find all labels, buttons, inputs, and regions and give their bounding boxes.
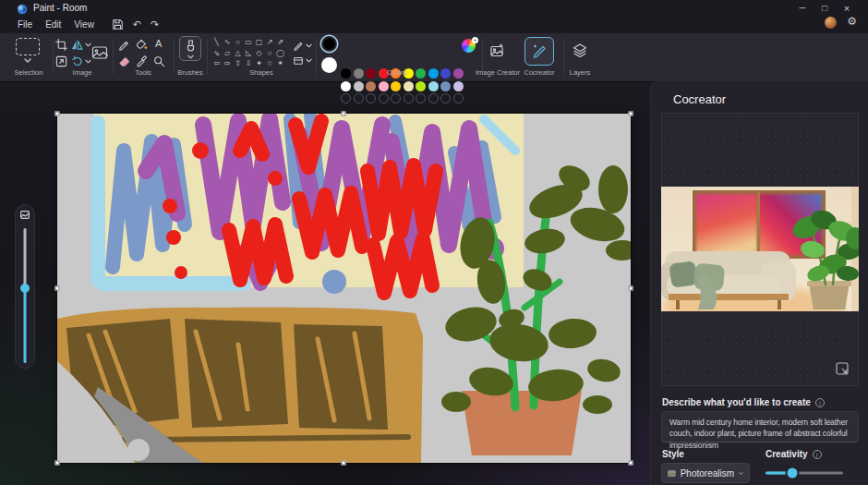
slider-track-lower[interactable] bbox=[24, 288, 27, 363]
canvas-handle-bottom-middle[interactable] bbox=[342, 461, 346, 466]
canvas-zoom-slider[interactable] bbox=[15, 204, 35, 369]
slider-thumb[interactable] bbox=[20, 284, 30, 293]
shape-icon[interactable]: ◯ bbox=[275, 48, 285, 58]
image-options-icon[interactable] bbox=[91, 44, 108, 61]
shape-icon[interactable]: ▢ bbox=[254, 37, 264, 47]
save-icon[interactable] bbox=[112, 18, 124, 30]
empty-color-slot[interactable] bbox=[440, 93, 451, 103]
drawing-canvas[interactable] bbox=[57, 114, 631, 463]
shape-icon[interactable]: ○ bbox=[265, 48, 275, 58]
shape-icon[interactable]: ☆ bbox=[265, 58, 275, 68]
menu-item-view[interactable]: View bbox=[67, 18, 101, 31]
menu-item-file[interactable]: File bbox=[11, 18, 39, 31]
color-swatch[interactable] bbox=[453, 81, 464, 91]
prompt-info-icon[interactable]: i bbox=[815, 398, 825, 407]
settings-gear-icon[interactable]: ⚙ bbox=[847, 15, 857, 28]
creativity-label-row: Creativity i bbox=[766, 449, 822, 459]
foreground-color-swatch[interactable] bbox=[321, 36, 337, 52]
prompt-input[interactable]: Warm mid century home interior, modern s… bbox=[661, 411, 859, 443]
shape-icon[interactable]: △ bbox=[233, 48, 243, 58]
rectangle-select-icon[interactable] bbox=[16, 38, 40, 55]
cocreator-button[interactable] bbox=[524, 37, 554, 66]
shape-icon[interactable]: ⇘ bbox=[211, 48, 222, 58]
canvas-handle-right-middle[interactable] bbox=[629, 286, 633, 291]
text-tool-icon[interactable]: A bbox=[155, 38, 162, 49]
generated-image[interactable] bbox=[661, 187, 859, 311]
slider-track-upper[interactable] bbox=[24, 228, 27, 288]
shape-icon[interactable]: ⇗ bbox=[275, 37, 285, 47]
shape-icon[interactable]: ╲ bbox=[211, 37, 222, 47]
shape-icon[interactable]: ⇧ bbox=[233, 58, 243, 68]
magnifier-icon[interactable] bbox=[153, 55, 165, 67]
shape-fill-icon[interactable] bbox=[293, 55, 304, 66]
outline-dropdown-chevron-icon[interactable] bbox=[306, 43, 312, 48]
shape-icon[interactable]: ▭ bbox=[244, 37, 254, 47]
ribbon: Selection Image bbox=[0, 33, 868, 81]
menu-item-edit[interactable]: Edit bbox=[39, 18, 67, 31]
shape-icon[interactable]: ▱ bbox=[223, 48, 233, 58]
color-swatch[interactable] bbox=[440, 81, 451, 91]
color-picker-icon[interactable] bbox=[136, 55, 148, 67]
canvas-handle-top-middle[interactable] bbox=[342, 112, 346, 116]
fill-bucket-icon[interactable] bbox=[136, 39, 148, 51]
color-swatch[interactable] bbox=[354, 81, 364, 91]
creativity-info-icon[interactable]: i bbox=[813, 450, 822, 459]
style-dropdown[interactable]: Photorealism bbox=[661, 463, 750, 483]
shape-icon[interactable]: ⇩ bbox=[244, 58, 254, 68]
style-selected-value: Photorealism bbox=[681, 468, 734, 479]
shape-icon[interactable]: ◺ bbox=[244, 48, 254, 58]
color-swatch[interactable] bbox=[341, 81, 351, 91]
empty-color-slot[interactable] bbox=[428, 93, 439, 103]
empty-color-slot[interactable] bbox=[391, 93, 401, 103]
color-swatch[interactable] bbox=[404, 81, 414, 91]
empty-color-slot[interactable] bbox=[453, 93, 464, 103]
fill-dropdown-chevron-icon[interactable] bbox=[306, 58, 312, 63]
empty-color-slot[interactable] bbox=[379, 93, 389, 103]
shape-icon[interactable]: ⇨ bbox=[223, 58, 233, 68]
shape-icon[interactable]: ⇦ bbox=[211, 58, 222, 68]
canvas-handle-left-middle[interactable] bbox=[55, 286, 60, 291]
empty-color-slot[interactable] bbox=[341, 93, 351, 103]
user-avatar[interactable] bbox=[825, 17, 837, 29]
redo-icon[interactable]: ↷ bbox=[151, 18, 159, 30]
shape-icon[interactable]: ✦ bbox=[254, 58, 264, 68]
empty-color-slot[interactable] bbox=[354, 93, 364, 103]
layers-icon[interactable] bbox=[572, 42, 588, 59]
empty-color-slot[interactable] bbox=[416, 93, 426, 103]
shape-icon[interactable]: ✶ bbox=[275, 58, 285, 68]
flip-dropdown-chevron-icon[interactable] bbox=[85, 42, 91, 47]
color-swatch[interactable] bbox=[416, 81, 426, 91]
creativity-slider[interactable] bbox=[766, 463, 843, 483]
canvas-handle-bottom-right[interactable] bbox=[629, 461, 633, 466]
window-title: Paint - Room bbox=[33, 3, 87, 13]
resize-icon[interactable] bbox=[55, 55, 67, 67]
color-swatch[interactable] bbox=[391, 81, 401, 91]
use-image-icon[interactable] bbox=[835, 361, 850, 376]
empty-color-slot[interactable] bbox=[404, 93, 414, 103]
selection-dropdown-chevron-icon[interactable] bbox=[24, 58, 31, 63]
empty-color-slot[interactable] bbox=[366, 93, 376, 103]
shape-outline-icon[interactable] bbox=[293, 40, 304, 51]
undo-icon[interactable]: ↶ bbox=[133, 18, 141, 30]
creativity-slider-thumb[interactable] bbox=[788, 468, 798, 479]
color-swatch[interactable] bbox=[428, 81, 439, 91]
shape-icon[interactable]: ∿ bbox=[223, 37, 233, 47]
pencil-icon[interactable] bbox=[118, 39, 130, 51]
color-swatch[interactable] bbox=[366, 81, 376, 91]
canvas-handle-top-right[interactable] bbox=[629, 112, 633, 116]
canvas-handle-bottom-left[interactable] bbox=[55, 461, 60, 466]
crop-icon[interactable] bbox=[55, 39, 67, 51]
eraser-icon[interactable] bbox=[118, 55, 130, 67]
brushes-button[interactable] bbox=[179, 36, 201, 61]
color-swatch[interactable] bbox=[379, 81, 389, 91]
rotate-dropdown-chevron-icon[interactable] bbox=[85, 59, 91, 64]
shape-icon[interactable]: ◇ bbox=[254, 48, 264, 58]
flip-icon[interactable] bbox=[71, 39, 83, 51]
shape-icon[interactable]: ↗ bbox=[265, 37, 275, 47]
slider-image-icon bbox=[20, 211, 30, 219]
rotate-icon[interactable] bbox=[71, 55, 83, 67]
image-creator-icon[interactable] bbox=[489, 42, 506, 59]
canvas-artwork bbox=[57, 114, 631, 463]
canvas-handle-top-left[interactable] bbox=[55, 112, 60, 116]
shape-icon[interactable]: ○ bbox=[233, 37, 243, 47]
